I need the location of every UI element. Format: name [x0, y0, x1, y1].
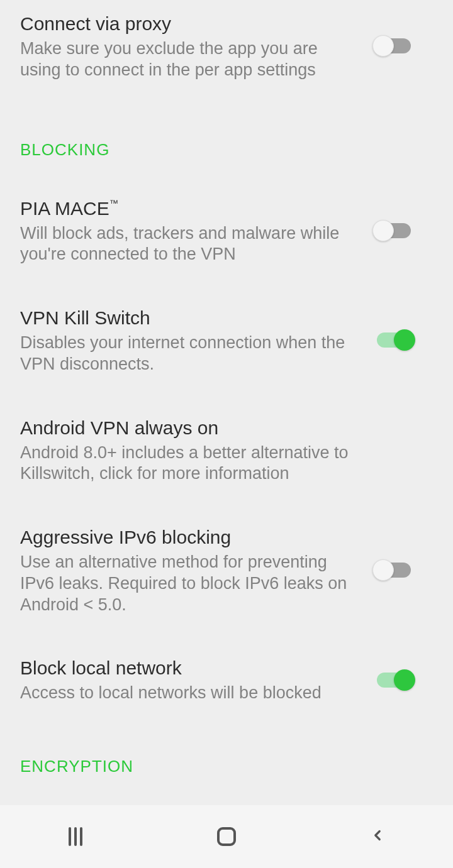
toggle-switch: [372, 34, 415, 58]
setting-text: PIA MACE™ Will block ads, trackers and m…: [20, 196, 372, 266]
setting-title: Block local network: [20, 656, 360, 680]
home-icon: [217, 827, 236, 846]
recent-apps-button[interactable]: [38, 818, 113, 855]
toggle-vpn-kill-switch[interactable]: [372, 328, 415, 352]
setting-title: Connect via proxy: [20, 11, 360, 36]
setting-text: Aggressive IPv6 blocking Use an alternat…: [20, 525, 372, 615]
setting-title: VPN Kill Switch: [20, 305, 360, 330]
setting-title: Android VPN always on: [20, 415, 360, 440]
setting-text: Block local network Access to local netw…: [20, 656, 372, 704]
setting-text: Android VPN always on Android 8.0+ inclu…: [20, 415, 372, 485]
toggle-connect-via-proxy[interactable]: [372, 34, 415, 58]
toggle-switch: [372, 668, 415, 692]
toggle-block-local-network[interactable]: [372, 668, 415, 692]
setting-desc: Access to local networks will be blocked: [20, 683, 360, 704]
setting-title: PIA MACE™: [20, 196, 360, 221]
recent-apps-icon: [69, 827, 82, 846]
setting-android-vpn-always-on[interactable]: Android VPN always on Android 8.0+ inclu…: [0, 403, 453, 513]
setting-text: VPN Kill Switch Disables your internet c…: [20, 305, 372, 375]
toggle-aggressive-ipv6-blocking[interactable]: [372, 558, 415, 582]
setting-aggressive-ipv6-blocking[interactable]: Aggressive IPv6 blocking Use an alternat…: [0, 512, 453, 643]
setting-vpn-kill-switch[interactable]: VPN Kill Switch Disables your internet c…: [0, 293, 453, 403]
toggle-switch: [372, 219, 415, 243]
setting-desc: Make sure you exclude the app you are us…: [20, 38, 360, 81]
setting-title: Aggressive IPv6 blocking: [20, 525, 360, 549]
setting-desc: Use an alternative method for preventing…: [20, 552, 360, 615]
setting-text: Connect via proxy Make sure you exclude …: [20, 11, 372, 81]
setting-desc: Android 8.0+ includes a better alternati…: [20, 442, 360, 485]
back-icon: [369, 827, 386, 846]
android-nav-bar: [0, 805, 453, 868]
setting-connect-via-proxy[interactable]: Connect via proxy Make sure you exclude …: [0, 0, 453, 109]
setting-desc: Will block ads, trackers and malware whi…: [20, 223, 360, 266]
setting-block-local-network[interactable]: Block local network Access to local netw…: [0, 643, 453, 732]
section-header-blocking: BLOCKING: [0, 109, 453, 184]
settings-list: Connect via proxy Make sure you exclude …: [0, 0, 453, 805]
setting-desc: Disables your internet connection when t…: [20, 332, 360, 375]
toggle-pia-mace[interactable]: [372, 219, 415, 243]
toggle-switch: [372, 558, 415, 582]
toggle-switch: [372, 328, 415, 352]
setting-pia-mace[interactable]: PIA MACE™ Will block ads, trackers and m…: [0, 184, 453, 294]
section-header-encryption: ENCRYPTION: [0, 732, 453, 800]
home-button[interactable]: [189, 818, 264, 855]
back-button[interactable]: [340, 818, 415, 855]
